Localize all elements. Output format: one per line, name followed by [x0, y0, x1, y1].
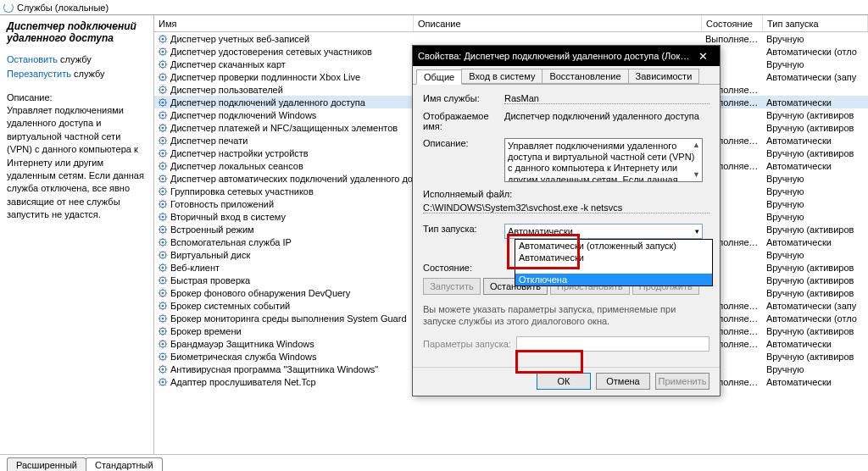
- scroll-up-icon[interactable]: ▲: [693, 141, 700, 150]
- cancel-button[interactable]: Отмена: [596, 373, 650, 390]
- desc-value[interactable]: Управляет подключениями удаленного досту…: [504, 138, 703, 182]
- properties-dialog: Свойства: Диспетчер подключений удаленно…: [412, 45, 721, 396]
- tab-standard[interactable]: Стандартный: [86, 457, 163, 471]
- gear-icon: [158, 148, 168, 158]
- svc-name: Диспетчер платежей и NFC/защищенных элем…: [170, 123, 398, 133]
- titlebar: Службы (локальные): [0, 0, 868, 15]
- svg-point-27: [162, 202, 164, 205]
- gear-icon: [158, 326, 168, 336]
- svg-point-29: [162, 215, 164, 218]
- stop-link[interactable]: Остановить: [7, 54, 58, 64]
- gear-icon: [158, 224, 168, 235]
- svg-point-3: [162, 50, 164, 53]
- gear-icon: [158, 186, 168, 197]
- svg-point-37: [162, 266, 164, 269]
- col-name[interactable]: Имя: [154, 15, 414, 31]
- scroll-down-icon[interactable]: ▼: [693, 170, 700, 180]
- svg-point-21: [162, 164, 164, 167]
- params-input[interactable]: [516, 336, 709, 352]
- gear-icon: [158, 212, 168, 222]
- restart-link[interactable]: Перезапустить: [7, 69, 71, 79]
- dialog-titlebar[interactable]: Свойства: Диспетчер подключений удаленно…: [413, 46, 720, 66]
- gear-icon: [158, 199, 168, 209]
- gear-icon: [158, 47, 168, 57]
- svg-point-25: [162, 190, 164, 192]
- svg-point-33: [162, 241, 164, 243]
- svc-name: Быстрая проверка: [170, 275, 250, 285]
- svc-name: Брокер времени: [170, 326, 242, 336]
- svc-name: Диспетчер локальных сеансов: [170, 161, 303, 171]
- tab-extended[interactable]: Расширенный: [7, 457, 86, 471]
- state-label: Состояние:: [423, 263, 504, 273]
- svc-name: Диспетчер пользователей: [170, 85, 283, 95]
- gear-icon: [158, 339, 168, 349]
- apply-button[interactable]: Применить: [655, 373, 709, 390]
- col-state[interactable]: Состояние: [702, 15, 763, 31]
- svg-point-13: [162, 114, 164, 116]
- ok-button[interactable]: ОК: [537, 373, 591, 390]
- col-desc[interactable]: Описание: [414, 15, 702, 31]
- svc-name: Вторичный вход в систему: [170, 212, 286, 222]
- gear-icon: [158, 313, 168, 324]
- svc-name: Группировка сетевых участников: [170, 186, 314, 197]
- gear-icon: [158, 136, 168, 146]
- start-type-select[interactable]: Автоматически ▾: [504, 224, 703, 239]
- desc-label: Описание:: [423, 138, 504, 182]
- dd-opt-auto[interactable]: Автоматически: [515, 252, 712, 263]
- svc-name: Вспомогательная служба IP: [170, 237, 292, 247]
- tab-deps[interactable]: Зависимости: [628, 69, 700, 84]
- svg-point-39: [162, 279, 164, 281]
- svg-point-41: [162, 291, 164, 294]
- gear-icon: [158, 123, 168, 133]
- table-row[interactable]: Диспетчер учетных веб-записейВыполняется…: [154, 32, 868, 45]
- exe-path: C:\WINDOWS\System32\svchost.exe -k netsv…: [423, 202, 709, 213]
- svc-name: Брокер системных событий: [170, 301, 290, 311]
- col-start[interactable]: Тип запуска: [763, 15, 868, 31]
- svg-point-11: [162, 101, 164, 103]
- gear-icon: [158, 288, 168, 298]
- svc-name-label: Имя службы:: [423, 93, 504, 104]
- column-headers: Имя Описание Состояние Тип запуска: [154, 15, 868, 32]
- bottom-tabs: Расширенный Стандартный: [0, 454, 868, 471]
- gear-icon: [158, 34, 168, 44]
- svc-name: Брандмауэр Защитника Windows: [170, 339, 314, 349]
- tab-recovery[interactable]: Восстановление: [542, 69, 628, 84]
- display-name-label: Отображаемое имя:: [423, 111, 504, 131]
- svc-name: Диспетчер скачанных карт: [170, 59, 286, 69]
- svg-point-45: [162, 317, 164, 319]
- svc-name: Биометрическая служба Windows: [170, 352, 317, 362]
- svg-point-7: [162, 75, 164, 78]
- svg-point-55: [162, 380, 164, 383]
- start-button: Запустить: [423, 278, 481, 295]
- exe-label: Исполняемый файл:: [423, 189, 709, 199]
- dd-opt-disabled[interactable]: Отключена: [515, 274, 712, 285]
- chevron-down-icon: ▾: [695, 227, 699, 236]
- gear-icon: [158, 301, 168, 311]
- close-icon[interactable]: ✕: [691, 48, 715, 64]
- svg-point-23: [162, 177, 164, 180]
- svg-point-5: [162, 63, 164, 65]
- gear-icon: [158, 364, 168, 374]
- gear-icon: [158, 263, 168, 273]
- svg-point-35: [162, 253, 164, 256]
- svg-point-17: [162, 139, 164, 141]
- dd-opt-delayed[interactable]: Автоматически (отложенный запуск): [515, 240, 712, 252]
- svg-point-49: [162, 342, 164, 345]
- svc-name: Диспетчер автоматических подключений уда…: [170, 174, 414, 184]
- tab-logon[interactable]: Вход в систему: [461, 69, 542, 84]
- start-type-label: Тип запуска:: [423, 224, 504, 239]
- dd-opt-manual[interactable]: [515, 263, 712, 274]
- desc-heading: Описание:: [7, 92, 147, 103]
- svc-name: Диспетчер учетных веб-записей: [170, 34, 309, 44]
- gear-icon: [158, 237, 168, 247]
- svg-point-15: [162, 126, 164, 129]
- start-type-dropdown[interactable]: Автоматически (отложенный запуск) Автома…: [515, 239, 713, 286]
- svc-name: Брокер мониторинга среды выполнения Syst…: [170, 313, 407, 324]
- svg-point-19: [162, 152, 164, 154]
- svc-name: Диспетчер проверки подлинности Xbox Live: [170, 72, 360, 82]
- refresh-icon: [3, 3, 14, 13]
- tab-general[interactable]: Общие: [416, 69, 462, 85]
- gear-icon: [158, 250, 168, 260]
- svg-point-31: [162, 228, 164, 230]
- svc-name: Диспетчер печати: [170, 136, 248, 146]
